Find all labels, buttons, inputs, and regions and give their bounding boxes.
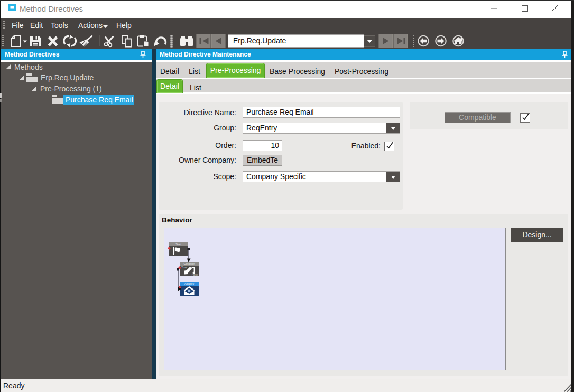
svg-text:Erp.Req.Update: Erp.Req.Update [233, 36, 286, 45]
